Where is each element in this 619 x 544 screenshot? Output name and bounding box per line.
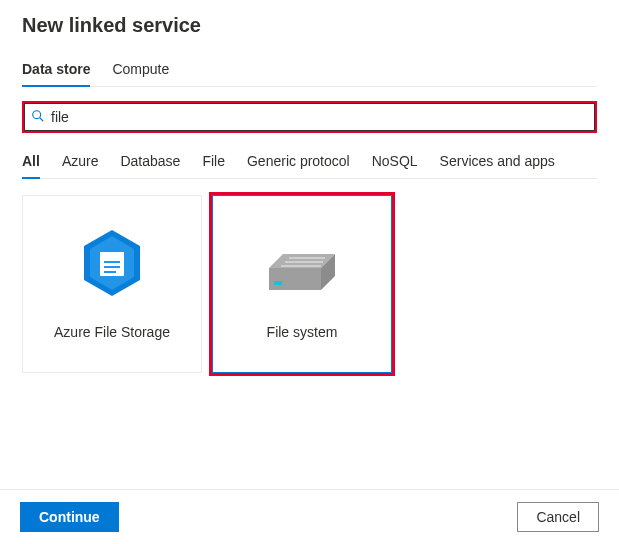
page-title: New linked service — [22, 14, 597, 37]
footer: Continue Cancel — [0, 489, 619, 544]
search-box[interactable] — [24, 103, 595, 131]
source-tabs: Data store Compute — [22, 55, 597, 87]
svg-rect-15 — [274, 281, 282, 285]
search-input[interactable] — [45, 109, 588, 125]
search-highlight — [22, 101, 597, 133]
card-label: File system — [267, 324, 338, 340]
filter-generic-protocol[interactable]: Generic protocol — [247, 147, 350, 178]
svg-point-0 — [33, 110, 41, 118]
connector-grid: Azure File Storage File system — [22, 195, 597, 373]
card-label: Azure File Storage — [54, 324, 170, 340]
filter-tabs: All Azure Database File Generic protocol… — [22, 147, 597, 179]
filter-all[interactable]: All — [22, 147, 40, 179]
continue-button[interactable]: Continue — [20, 502, 119, 532]
tab-data-store[interactable]: Data store — [22, 55, 90, 87]
card-azure-file-storage[interactable]: Azure File Storage — [22, 195, 202, 373]
file-system-icon — [263, 228, 341, 298]
svg-rect-5 — [100, 252, 124, 256]
filter-azure[interactable]: Azure — [62, 147, 99, 178]
azure-file-storage-icon — [80, 228, 144, 298]
filter-services-apps[interactable]: Services and apps — [440, 147, 555, 178]
filter-database[interactable]: Database — [120, 147, 180, 178]
cancel-button[interactable]: Cancel — [517, 502, 599, 532]
card-file-system[interactable]: File system — [212, 195, 392, 373]
svg-line-1 — [40, 117, 44, 121]
filter-file[interactable]: File — [202, 147, 225, 178]
search-icon — [31, 109, 45, 126]
svg-rect-11 — [269, 268, 321, 290]
tab-compute[interactable]: Compute — [112, 55, 169, 86]
filter-nosql[interactable]: NoSQL — [372, 147, 418, 178]
